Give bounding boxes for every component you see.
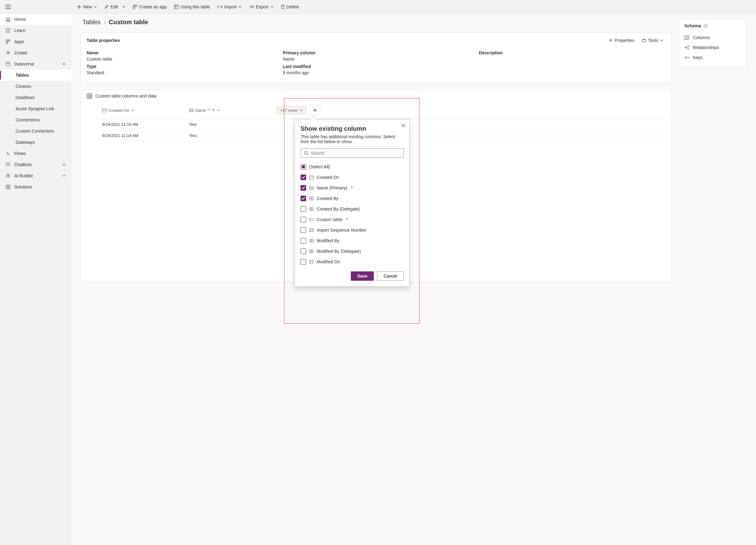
cancel-button[interactable]: Cancel [377,271,404,281]
chevron-up-icon [62,62,66,66]
svg-point-38 [688,48,689,49]
nav-custom-connectors[interactable]: Custom Connectors [0,125,71,137]
nav-flows-label: Flows [14,151,26,156]
nav-solutions[interactable]: Solutions [0,181,71,193]
column-header-name-label: Name [195,108,206,113]
search-input[interactable] [311,151,400,156]
schema-keys[interactable]: Keys [684,52,741,62]
popover-title: Show existing column [301,125,404,132]
nav-gateways[interactable]: Gateways [0,137,71,148]
svg-rect-0 [133,5,135,7]
nav-learn[interactable]: Learn [0,25,71,36]
new-button[interactable]: New [74,2,100,11]
nav-chatbots[interactable]: Chatbots [0,159,71,170]
schema-card: Schema Columns Relationships Keys [678,19,747,67]
column-checkbox[interactable] [301,238,306,243]
hamburger-menu-button[interactable] [2,1,14,12]
nav-apps-label: Apps [14,39,24,44]
chevron-down-icon [62,174,66,178]
info-icon[interactable] [704,24,708,28]
properties-button[interactable]: Properties [606,37,637,44]
column-header-created-on[interactable]: Created On [100,102,187,119]
column-item[interactable]: Created On [301,172,402,183]
text-icon: Abc [309,186,314,190]
show-existing-column-popover: Show existing column This table has addi… [295,119,410,287]
number-icon: 123 [309,228,314,232]
import-button[interactable]: Import [215,2,245,11]
name-label: Name [87,50,274,55]
nav-dataverse[interactable]: Dataverse [0,58,71,70]
column-checkbox[interactable] [301,175,306,180]
column-header-name[interactable]: Abc Name * [187,102,274,119]
date-icon [309,260,314,264]
column-checkbox[interactable] [301,185,306,191]
edit-label: Edit [111,4,118,9]
chatbot-icon [6,162,11,167]
nav-connections[interactable]: Connections [0,114,71,125]
table-icon [174,5,179,9]
nav-synapse[interactable]: Azure Synapse Link [0,103,71,114]
svg-point-37 [688,46,689,47]
popover-close-button[interactable] [401,123,405,128]
column-item[interactable]: Created By [301,193,402,204]
search-icon [304,151,308,155]
nav-ai-builder[interactable]: AI Builder [0,170,71,181]
keys-icon [684,55,689,60]
schema-relationships-label: Relationships [693,45,719,50]
table-properties-title: Table properties [87,38,606,43]
nav-home-label: Home [14,17,26,22]
delete-button[interactable]: Delete [278,2,302,11]
nav-apps[interactable]: Apps [0,36,71,47]
column-item[interactable]: Modified By [301,235,402,246]
schema-columns-label: Columns [693,35,710,40]
column-checkbox[interactable] [301,259,306,265]
key-icon [309,217,314,222]
column-checkbox[interactable] [301,196,306,201]
create-app-button[interactable]: Create an app [130,2,170,11]
column-item[interactable]: Custom table* [301,214,402,225]
search-input-wrapper[interactable] [301,148,404,158]
schema-relationships[interactable]: Relationships [684,43,741,52]
using-table-label: Using this table [180,4,210,9]
cell-created-on: 9/24/2021 11:18 AM [100,130,187,141]
more-columns-button[interactable]: +17 more [276,106,307,115]
nav-ai-builder-label: AI Builder [14,173,33,178]
required-indicator: * [209,108,210,113]
column-checkbox[interactable] [301,217,306,222]
create-app-label: Create an app [139,4,167,9]
edit-button[interactable]: Edit [101,2,129,11]
flow-icon [6,151,11,156]
schema-keys-label: Keys [693,55,703,60]
svg-rect-14 [7,186,9,188]
schema-columns[interactable]: Columns [684,33,741,43]
data-grid-title: Custom table columns and data [95,93,156,98]
tools-button[interactable]: Tools [639,37,666,44]
tools-label: Tools [648,38,658,43]
column-item[interactable]: 123 Import Sequence Number [301,225,402,235]
column-item[interactable]: Modified On [301,257,402,267]
nav-choices[interactable]: Choices [0,81,71,92]
column-item[interactable]: Abc Name (Primary)* [301,183,402,193]
nav-home[interactable]: Home [0,14,71,25]
popover-description: This table has additional existing colum… [301,134,404,144]
save-button[interactable]: Save [351,271,374,281]
dataverse-icon [6,61,11,66]
add-column-button[interactable] [310,105,320,116]
column-item[interactable]: Created By (Delegate) [301,204,402,214]
column-checkbox[interactable] [301,206,306,212]
nav-flows[interactable]: Flows [0,148,71,159]
select-all-checkbox[interactable] [301,164,306,170]
using-table-button[interactable]: Using this table [171,2,213,11]
plus-icon [313,108,317,112]
export-button[interactable]: Export [246,2,276,11]
column-checkbox[interactable] [301,227,306,233]
column-item[interactable]: Modified By (Delegate) [301,246,402,257]
type-label: Type [87,64,274,69]
breadcrumb-tables[interactable]: Tables [83,19,101,26]
nav-dataflows[interactable]: Dataflows [0,92,71,103]
column-checkbox[interactable] [301,248,306,254]
nav-tables[interactable]: Tables [0,70,71,81]
nav-create[interactable]: Create [0,47,71,58]
select-all-item[interactable]: (Select All) [301,161,402,172]
svg-rect-22 [310,176,313,179]
